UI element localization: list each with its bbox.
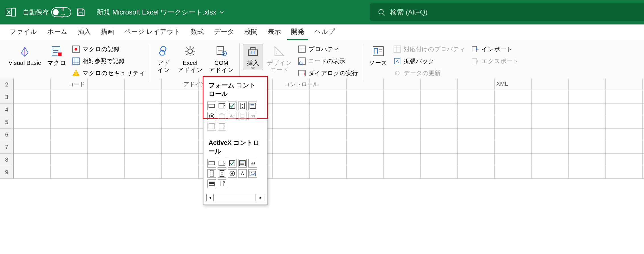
form-listbox-control[interactable] [248, 102, 257, 110]
ax-listbox-control[interactable] [238, 159, 247, 168]
form-combo-list-control[interactable] [207, 122, 216, 131]
form-controls-grid: XYZ Aa abl [203, 100, 267, 135]
chevron-down-icon [219, 10, 224, 15]
row-header[interactable]: 4 [0, 104, 14, 116]
ax-button-control[interactable] [207, 159, 216, 168]
visual-basic-icon [18, 44, 32, 58]
export-button[interactable]: エクスポート [469, 56, 520, 67]
map-properties-button[interactable]: 対応付けのプロパティ [391, 44, 467, 55]
row-header[interactable]: 2 [0, 79, 14, 91]
row-header[interactable]: 9 [0, 166, 14, 179]
refresh-data-button[interactable]: データの更新 [391, 68, 467, 79]
worksheet-area[interactable]: 2 3 4 5 6 7 8 9 [0, 90, 644, 254]
filename-text: 新規 Microsoft Excel ワークシート.xlsx [97, 8, 216, 17]
form-groupbox-control[interactable]: XYZ [218, 112, 226, 120]
ax-scrollbar-control[interactable] [207, 169, 216, 178]
tab-home[interactable]: ホーム [43, 24, 71, 40]
form-scrollbar-control[interactable] [238, 112, 247, 120]
form-button-control[interactable] [207, 102, 216, 110]
svg-point-100 [223, 181, 225, 183]
xml-source-button[interactable]: ソース [367, 44, 390, 67]
svg-point-19 [76, 75, 77, 76]
svg-rect-76 [209, 124, 215, 129]
excel-addins-button[interactable]: Excel アドイン [175, 44, 205, 74]
run-dialog-icon [298, 69, 306, 77]
form-combo-dropdown-control[interactable] [218, 122, 226, 131]
gear-icon [183, 44, 197, 58]
tab-view[interactable]: 表示 [264, 24, 285, 40]
form-controls-heading: フォーム コントロール [203, 77, 267, 100]
scroll-track[interactable] [215, 194, 256, 201]
grid-icon [72, 57, 80, 65]
tab-formulas[interactable]: 数式 [187, 24, 208, 40]
svg-line-5 [383, 13, 385, 15]
row-header[interactable]: 7 [0, 141, 14, 154]
filename-dropdown[interactable]: 新規 Microsoft Excel ワークシート.xlsx [97, 8, 224, 17]
form-combo-control[interactable] [218, 102, 226, 110]
record-macro-button[interactable]: マクロの記録 [70, 44, 147, 55]
form-option-control[interactable] [207, 112, 216, 120]
svg-rect-2 [79, 13, 83, 15]
search-box[interactable]: 検索 (Alt+Q) [370, 3, 644, 21]
popup-scrollbar[interactable]: ◂ ▸ [203, 192, 267, 205]
scroll-right-icon[interactable]: ▸ [257, 194, 264, 201]
ax-checkbox-control[interactable] [228, 159, 236, 168]
autosave-label: 自動保存 [23, 8, 49, 17]
tab-file[interactable]: ファイル [6, 24, 41, 40]
tab-draw[interactable]: 描画 [97, 24, 118, 40]
svg-line-27 [186, 54, 188, 55]
row-header[interactable]: 8 [0, 154, 14, 166]
insert-controls-popup: フォーム コントロール XYZ Aa abl ActiveX コントロール ab… [203, 77, 268, 205]
form-checkbox-control[interactable] [228, 102, 236, 110]
design-mode-button[interactable]: デザイン モード [265, 44, 294, 74]
svg-rect-57 [394, 58, 400, 64]
tab-page-layout[interactable]: ページ レイアウト [120, 24, 184, 40]
row-header[interactable]: 6 [0, 129, 14, 141]
svg-point-93 [231, 172, 233, 174]
row-header[interactable]: 5 [0, 116, 14, 129]
view-code-button[interactable]: コードの表示 [296, 56, 360, 67]
warning-icon [72, 69, 80, 77]
macros-button[interactable]: マクロ [45, 44, 68, 67]
expansion-pack-button[interactable]: 拡張パック [391, 56, 467, 67]
svg-rect-13 [73, 58, 79, 65]
properties-button[interactable]: プロパティ [296, 44, 360, 55]
autosave-toggle[interactable]: 自動保存 オフ [23, 7, 71, 17]
ax-more-controls[interactable] [218, 179, 226, 188]
row-headers: 2 3 4 5 6 7 8 9 [0, 79, 14, 179]
ax-spinner-control[interactable] [218, 169, 226, 178]
row-header[interactable]: 3 [0, 91, 14, 104]
svg-rect-34 [248, 50, 258, 55]
addins-button[interactable]: アド イン [154, 44, 174, 74]
svg-line-25 [186, 48, 188, 49]
scroll-left-icon[interactable]: ◂ [206, 194, 214, 201]
insert-controls-button[interactable]: 挿入 [243, 44, 263, 70]
visual-basic-button[interactable]: Visual Basic [6, 44, 43, 67]
cell-grid[interactable] [14, 79, 644, 254]
svg-rect-10 [58, 52, 62, 56]
tab-insert[interactable]: 挿入 [74, 24, 95, 40]
form-spinner-control[interactable] [238, 102, 247, 110]
tab-data[interactable]: データ [210, 24, 238, 40]
svg-rect-71 [219, 114, 225, 119]
export-icon [471, 57, 479, 65]
relative-reference-button[interactable]: 相対参照で記録 [70, 56, 147, 67]
ax-combo-control[interactable] [218, 159, 226, 168]
ax-label-control[interactable]: A [238, 169, 247, 178]
ax-toggle-control[interactable] [207, 179, 216, 188]
macro-security-button[interactable]: マクロのセキュリティ [70, 68, 147, 79]
record-macro-icon [72, 45, 80, 53]
ax-option-control[interactable] [228, 169, 236, 178]
run-dialog-button[interactable]: ダイアログの実行 [296, 68, 360, 79]
save-button[interactable] [76, 8, 85, 17]
form-textfield-control[interactable]: abl [248, 112, 257, 120]
form-label-control[interactable]: Aa [228, 112, 236, 120]
tab-review[interactable]: 校閲 [240, 24, 262, 40]
tab-developer[interactable]: 開発 [287, 24, 308, 40]
ax-image-control[interactable] [248, 169, 257, 178]
com-addins-button[interactable]: COM アドイン [207, 44, 236, 74]
svg-rect-88 [210, 170, 213, 177]
import-button[interactable]: インポート [469, 44, 520, 55]
tab-help[interactable]: ヘルプ [310, 24, 339, 40]
ax-textbox-control[interactable]: abl [248, 159, 257, 168]
